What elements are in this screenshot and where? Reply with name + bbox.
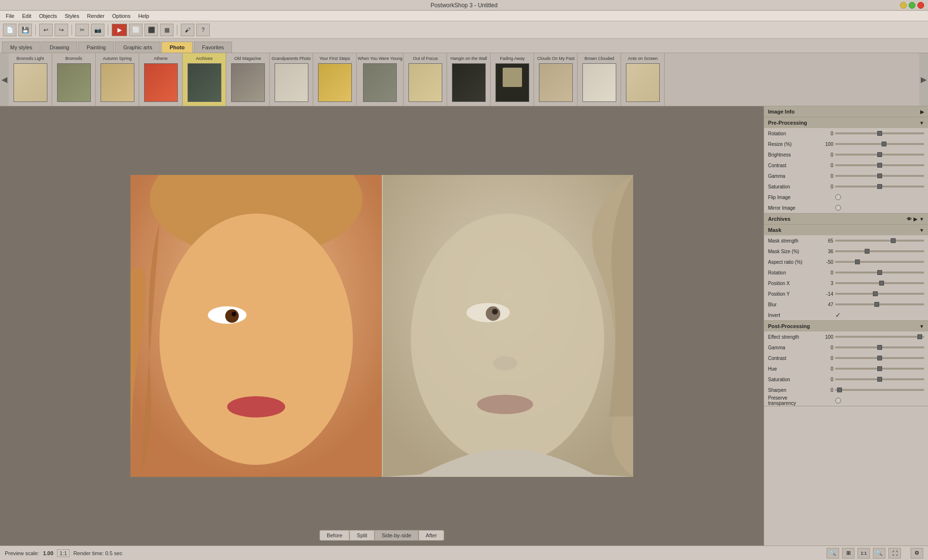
thumb-athene[interactable]: Athene xyxy=(139,53,183,106)
effect-strength-thumb[interactable] xyxy=(917,334,922,339)
crop-btn[interactable]: ✂ xyxy=(75,24,89,36)
redo-btn[interactable]: ↪ xyxy=(55,24,68,36)
thumb-archives[interactable]: Archives xyxy=(183,53,226,106)
thumb-bromoils-light[interactable]: Bromoils Light xyxy=(9,53,52,106)
thumb-your-first-steps[interactable]: Your First Steps xyxy=(313,53,357,106)
settings-btn[interactable]: ⚙ xyxy=(911,548,923,559)
thumb-brown-clouded[interactable]: Brown Clouded xyxy=(578,53,621,106)
blur-slider[interactable] xyxy=(835,303,924,305)
saturation-post-slider[interactable] xyxy=(835,378,924,380)
save-btn[interactable]: 💾 xyxy=(18,24,32,36)
sharpen-thumb[interactable] xyxy=(837,388,842,392)
zoom-out-btn[interactable]: 🔍 xyxy=(826,548,839,559)
mask-strength-slider[interactable] xyxy=(835,240,924,242)
preserve-transparency-checkbox[interactable] xyxy=(835,398,841,403)
contrast-pre-slider[interactable] xyxy=(835,164,924,166)
mask-size-slider[interactable] xyxy=(835,250,924,252)
tab-graphicarts[interactable]: Graphic arts xyxy=(115,42,160,53)
contrast-pre-thumb[interactable] xyxy=(877,163,882,168)
tab-drawing[interactable]: Drawing xyxy=(42,42,77,53)
menu-objects[interactable]: Objects xyxy=(35,12,61,20)
after-btn[interactable]: After xyxy=(419,530,444,541)
thumb-ants-on-screen[interactable]: Ants on Screen xyxy=(621,53,665,106)
mask-size-thumb[interactable] xyxy=(865,249,870,254)
before-btn[interactable]: Before xyxy=(319,530,349,541)
menu-help[interactable]: Help xyxy=(134,12,153,20)
gamma-post-slider[interactable] xyxy=(835,346,924,348)
gamma-pre-thumb[interactable] xyxy=(877,173,882,178)
thumb-fading-away[interactable]: Fading Away xyxy=(491,53,534,106)
prev-arrow[interactable]: ◀ xyxy=(0,53,9,106)
hue-thumb[interactable] xyxy=(877,366,882,371)
position-x-slider[interactable] xyxy=(835,282,924,284)
menu-styles[interactable]: Styles xyxy=(61,12,83,20)
gamma-post-thumb[interactable] xyxy=(877,345,882,350)
next-arrow[interactable]: ▶ xyxy=(919,53,928,106)
maximize-btn[interactable] xyxy=(909,2,915,9)
tab-painting[interactable]: Painting xyxy=(78,42,114,53)
position-y-thumb[interactable] xyxy=(873,291,878,296)
thumb-old-magazine[interactable]: Old Magazine xyxy=(226,53,270,106)
mask-rotation-slider[interactable] xyxy=(835,272,924,273)
menu-options[interactable]: Options xyxy=(108,12,134,20)
fullscreen-btn[interactable]: ⛶ xyxy=(888,548,901,559)
archives-header[interactable]: Archives 👁 ▶ ▼ xyxy=(764,214,928,224)
thumb-out-of-focus[interactable]: Out of Focus xyxy=(404,53,447,106)
hue-slider[interactable] xyxy=(835,368,924,370)
archives-arrow[interactable]: ▶ xyxy=(914,216,917,222)
undo-btn[interactable]: ↩ xyxy=(39,24,53,36)
menu-file[interactable]: File xyxy=(2,12,18,20)
tab-favorites[interactable]: Favorites xyxy=(194,42,232,53)
thumb-autumn-spring[interactable]: Autumn Spring xyxy=(96,53,139,106)
saturation-pre-thumb[interactable] xyxy=(877,184,882,189)
resize-slider[interactable] xyxy=(835,143,924,145)
blur-thumb[interactable] xyxy=(874,302,879,307)
mirror-image-checkbox[interactable] xyxy=(835,205,841,211)
close-btn[interactable] xyxy=(917,2,924,9)
menu-render[interactable]: Render xyxy=(83,12,108,20)
brightness-slider[interactable] xyxy=(835,154,924,156)
aspect-ratio-thumb[interactable] xyxy=(855,259,860,264)
thumb-grandparents-photo[interactable]: Grandparents Photo xyxy=(270,53,313,106)
export-btn[interactable]: ▶ xyxy=(112,24,127,36)
brush-btn[interactable]: 🖌 xyxy=(181,24,194,36)
contrast-post-thumb[interactable] xyxy=(877,356,882,360)
tab-mystyles[interactable]: My styles xyxy=(2,42,41,53)
mask-rotation-thumb[interactable] xyxy=(877,270,882,275)
thumb-clouds-on-my-past[interactable]: Clouds On My Past xyxy=(534,53,578,106)
view1-btn[interactable]: ⬜ xyxy=(129,24,143,36)
side-by-side-btn[interactable]: Side-by-side xyxy=(375,530,419,541)
flip-image-checkbox[interactable] xyxy=(835,194,841,200)
aspect-ratio-slider[interactable] xyxy=(835,261,924,263)
position-y-slider[interactable] xyxy=(835,293,924,295)
rotation-thumb[interactable] xyxy=(877,131,882,136)
contrast-post-slider[interactable] xyxy=(835,357,924,359)
preview-scale-ratio[interactable]: 1:1 xyxy=(57,549,69,557)
snapshot-btn[interactable]: 📷 xyxy=(91,24,104,36)
zoom-in-btn[interactable]: 🔍 xyxy=(873,548,885,559)
thumb-hangin-on-the-wall[interactable]: Hangin on the Wall xyxy=(447,53,491,106)
invert-checkmark[interactable]: ✓ xyxy=(835,311,841,319)
rotation-slider[interactable] xyxy=(835,132,924,134)
resize-thumb[interactable] xyxy=(882,142,886,146)
view2-btn[interactable]: ⬛ xyxy=(145,24,158,36)
mask-strength-thumb[interactable] xyxy=(891,238,896,243)
archives-eye-icon[interactable]: 👁 xyxy=(907,216,912,222)
new-btn[interactable]: 📄 xyxy=(3,24,16,36)
help-btn[interactable]: ? xyxy=(196,24,210,36)
fit-btn[interactable]: ⊞ xyxy=(842,548,855,559)
menu-edit[interactable]: Edit xyxy=(18,12,35,20)
minimize-btn[interactable] xyxy=(900,2,907,9)
position-x-thumb[interactable] xyxy=(879,281,884,286)
zoom-1to1-btn[interactable]: 1:1 xyxy=(857,548,870,559)
view3-btn[interactable]: ▦ xyxy=(160,24,174,36)
gamma-pre-slider[interactable] xyxy=(835,175,924,177)
saturation-post-thumb[interactable] xyxy=(877,377,882,382)
tab-photo[interactable]: Photo xyxy=(161,42,193,53)
image-info-header[interactable]: Image Info ▶ xyxy=(764,106,928,117)
saturation-pre-slider[interactable] xyxy=(835,186,924,187)
mask-header[interactable]: Mask ▼ xyxy=(764,225,928,235)
pre-processing-header[interactable]: Pre-Processing ▼ xyxy=(764,117,928,128)
brightness-thumb[interactable] xyxy=(877,152,882,157)
split-btn[interactable]: Split xyxy=(349,530,374,541)
